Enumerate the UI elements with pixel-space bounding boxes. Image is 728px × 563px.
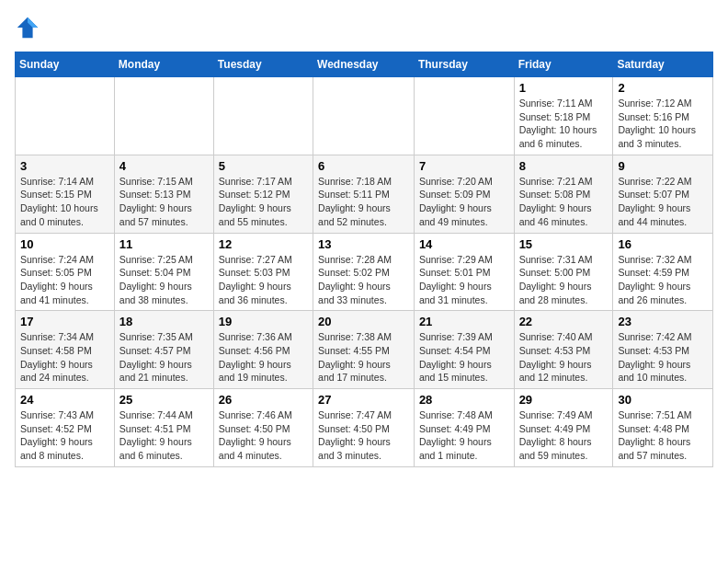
day-number: 8 (519, 159, 609, 173)
calendar-cell (16, 77, 115, 155)
day-number: 24 (20, 393, 109, 407)
day-number: 23 (618, 315, 708, 328)
calendar-cell: 30Sunrise: 7:51 AM Sunset: 4:48 PM Dayli… (613, 389, 713, 467)
calendar-cell: 20Sunrise: 7:38 AM Sunset: 4:55 PM Dayli… (313, 311, 415, 389)
day-info: Sunrise: 7:24 AM Sunset: 5:05 PM Dayligh… (20, 253, 109, 307)
calendar-cell: 9Sunrise: 7:22 AM Sunset: 5:07 PM Daylig… (613, 155, 713, 233)
day-number: 30 (618, 393, 708, 407)
calendar-cell: 18Sunrise: 7:35 AM Sunset: 4:57 PM Dayli… (114, 311, 213, 389)
calendar-cell: 29Sunrise: 7:49 AM Sunset: 4:49 PM Dayli… (514, 389, 613, 467)
day-info: Sunrise: 7:20 AM Sunset: 5:09 PM Dayligh… (419, 175, 509, 229)
day-number: 20 (318, 315, 409, 328)
day-number: 5 (219, 159, 308, 173)
calendar-cell (213, 77, 313, 155)
calendar-header-sunday: Sunday (16, 52, 115, 77)
day-info: Sunrise: 7:22 AM Sunset: 5:07 PM Dayligh… (618, 175, 708, 229)
day-info: Sunrise: 7:42 AM Sunset: 4:53 PM Dayligh… (618, 330, 708, 385)
calendar-cell: 17Sunrise: 7:34 AM Sunset: 4:58 PM Dayli… (16, 311, 115, 389)
day-info: Sunrise: 7:25 AM Sunset: 5:04 PM Dayligh… (119, 253, 209, 307)
day-number: 27 (318, 393, 409, 407)
calendar-header-thursday: Thursday (414, 52, 514, 77)
calendar-cell (114, 77, 213, 155)
calendar-header-tuesday: Tuesday (213, 52, 313, 77)
calendar-cell: 11Sunrise: 7:25 AM Sunset: 5:04 PM Dayli… (114, 233, 213, 311)
day-number: 26 (219, 393, 308, 407)
calendar-cell: 4Sunrise: 7:15 AM Sunset: 5:13 PM Daylig… (114, 155, 213, 233)
day-number: 18 (119, 315, 209, 328)
calendar-cell: 25Sunrise: 7:44 AM Sunset: 4:51 PM Dayli… (114, 389, 213, 467)
day-info: Sunrise: 7:40 AM Sunset: 4:53 PM Dayligh… (519, 330, 609, 385)
calendar-cell: 13Sunrise: 7:28 AM Sunset: 5:02 PM Dayli… (313, 233, 415, 311)
day-number: 28 (419, 393, 509, 407)
day-info: Sunrise: 7:15 AM Sunset: 5:13 PM Dayligh… (119, 175, 209, 229)
calendar-header-saturday: Saturday (613, 52, 713, 77)
calendar-cell: 10Sunrise: 7:24 AM Sunset: 5:05 PM Dayli… (16, 233, 115, 311)
day-info: Sunrise: 7:27 AM Sunset: 5:03 PM Dayligh… (219, 253, 308, 307)
day-number: 16 (618, 237, 708, 251)
day-info: Sunrise: 7:39 AM Sunset: 4:54 PM Dayligh… (419, 330, 509, 385)
calendar-cell: 7Sunrise: 7:20 AM Sunset: 5:09 PM Daylig… (414, 155, 514, 233)
calendar-cell: 28Sunrise: 7:48 AM Sunset: 4:49 PM Dayli… (414, 389, 514, 467)
day-info: Sunrise: 7:43 AM Sunset: 4:52 PM Dayligh… (20, 408, 109, 463)
calendar-header-row: SundayMondayTuesdayWednesdayThursdayFrid… (16, 52, 713, 77)
day-number: 29 (519, 393, 609, 407)
day-info: Sunrise: 7:44 AM Sunset: 4:51 PM Dayligh… (119, 408, 209, 463)
day-number: 10 (20, 237, 109, 251)
calendar: SundayMondayTuesdayWednesdayThursdayFrid… (15, 52, 713, 467)
calendar-cell: 26Sunrise: 7:46 AM Sunset: 4:50 PM Dayli… (213, 389, 313, 467)
calendar-cell: 22Sunrise: 7:40 AM Sunset: 4:53 PM Dayli… (514, 311, 613, 389)
day-info: Sunrise: 7:14 AM Sunset: 5:15 PM Dayligh… (20, 175, 109, 229)
day-number: 11 (119, 237, 209, 251)
day-number: 7 (419, 159, 509, 173)
calendar-cell: 1Sunrise: 7:11 AM Sunset: 5:18 PM Daylig… (514, 77, 613, 155)
day-info: Sunrise: 7:11 AM Sunset: 5:18 PM Dayligh… (519, 97, 609, 151)
calendar-cell: 21Sunrise: 7:39 AM Sunset: 4:54 PM Dayli… (414, 311, 514, 389)
day-number: 4 (119, 159, 209, 173)
day-number: 2 (618, 81, 708, 95)
calendar-cell: 3Sunrise: 7:14 AM Sunset: 5:15 PM Daylig… (16, 155, 115, 233)
day-info: Sunrise: 7:49 AM Sunset: 4:49 PM Dayligh… (519, 408, 609, 463)
day-info: Sunrise: 7:48 AM Sunset: 4:49 PM Dayligh… (419, 408, 509, 463)
day-number: 12 (219, 237, 308, 251)
calendar-cell: 23Sunrise: 7:42 AM Sunset: 4:53 PM Dayli… (613, 311, 713, 389)
day-info: Sunrise: 7:34 AM Sunset: 4:58 PM Dayligh… (20, 330, 109, 385)
calendar-week-row: 24Sunrise: 7:43 AM Sunset: 4:52 PM Dayli… (16, 389, 713, 467)
calendar-week-row: 1Sunrise: 7:11 AM Sunset: 5:18 PM Daylig… (16, 77, 713, 155)
day-info: Sunrise: 7:21 AM Sunset: 5:08 PM Dayligh… (519, 175, 609, 229)
day-info: Sunrise: 7:12 AM Sunset: 5:16 PM Dayligh… (618, 97, 708, 151)
calendar-cell: 14Sunrise: 7:29 AM Sunset: 5:01 PM Dayli… (414, 233, 514, 311)
day-number: 25 (119, 393, 209, 407)
calendar-cell: 27Sunrise: 7:47 AM Sunset: 4:50 PM Dayli… (313, 389, 415, 467)
day-number: 1 (519, 81, 609, 95)
day-number: 3 (20, 159, 109, 173)
calendar-cell: 19Sunrise: 7:36 AM Sunset: 4:56 PM Dayli… (213, 311, 313, 389)
header (15, 15, 713, 40)
calendar-cell: 15Sunrise: 7:31 AM Sunset: 5:00 PM Dayli… (514, 233, 613, 311)
calendar-week-row: 10Sunrise: 7:24 AM Sunset: 5:05 PM Dayli… (16, 233, 713, 311)
calendar-cell: 8Sunrise: 7:21 AM Sunset: 5:08 PM Daylig… (514, 155, 613, 233)
day-info: Sunrise: 7:47 AM Sunset: 4:50 PM Dayligh… (318, 408, 409, 463)
day-number: 17 (20, 315, 109, 328)
day-number: 22 (519, 315, 609, 328)
logo-icon (15, 15, 40, 40)
calendar-cell: 6Sunrise: 7:18 AM Sunset: 5:11 PM Daylig… (313, 155, 415, 233)
calendar-cell: 5Sunrise: 7:17 AM Sunset: 5:12 PM Daylig… (213, 155, 313, 233)
day-number: 15 (519, 237, 609, 251)
calendar-cell: 2Sunrise: 7:12 AM Sunset: 5:16 PM Daylig… (613, 77, 713, 155)
day-info: Sunrise: 7:29 AM Sunset: 5:01 PM Dayligh… (419, 253, 509, 307)
calendar-week-row: 17Sunrise: 7:34 AM Sunset: 4:58 PM Dayli… (16, 311, 713, 389)
day-info: Sunrise: 7:32 AM Sunset: 4:59 PM Dayligh… (618, 253, 708, 307)
calendar-header-wednesday: Wednesday (313, 52, 415, 77)
day-info: Sunrise: 7:31 AM Sunset: 5:00 PM Dayligh… (519, 253, 609, 307)
calendar-week-row: 3Sunrise: 7:14 AM Sunset: 5:15 PM Daylig… (16, 155, 713, 233)
calendar-header-friday: Friday (514, 52, 613, 77)
day-info: Sunrise: 7:36 AM Sunset: 4:56 PM Dayligh… (219, 330, 308, 385)
day-info: Sunrise: 7:17 AM Sunset: 5:12 PM Dayligh… (219, 175, 308, 229)
calendar-cell (313, 77, 415, 155)
day-info: Sunrise: 7:38 AM Sunset: 4:55 PM Dayligh… (318, 330, 409, 385)
day-number: 19 (219, 315, 308, 328)
calendar-header-monday: Monday (114, 52, 213, 77)
calendar-cell: 12Sunrise: 7:27 AM Sunset: 5:03 PM Dayli… (213, 233, 313, 311)
day-number: 6 (318, 159, 409, 173)
day-info: Sunrise: 7:51 AM Sunset: 4:48 PM Dayligh… (618, 408, 708, 463)
